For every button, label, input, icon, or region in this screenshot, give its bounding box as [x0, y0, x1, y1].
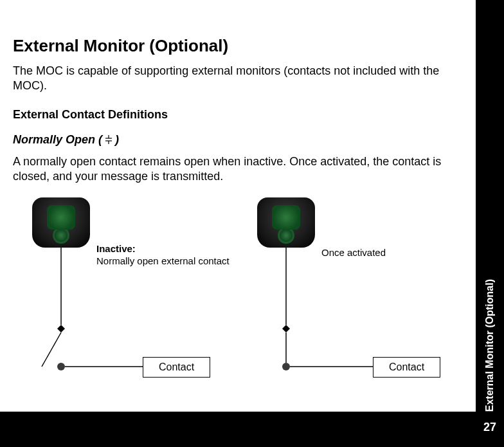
document-page: External Monitor (Optional) The MOC is c…	[0, 0, 476, 412]
side-tab: External Monitor (Optional) 27	[476, 0, 504, 447]
page-number: 27	[476, 421, 504, 434]
side-tab-label: External Monitor (Optional)	[476, 0, 504, 412]
moc-device-icon	[257, 197, 315, 248]
diagram-row: Inactive: Normally open external contact…	[13, 197, 463, 390]
diagram-inactive: Inactive: Normally open external contact…	[32, 197, 238, 390]
svg-point-12	[282, 363, 290, 370]
svg-point-7	[57, 363, 65, 370]
svg-marker-10	[282, 325, 290, 333]
svg-line-6	[42, 333, 61, 367]
subsection-prefix: Normally Open (	[13, 133, 102, 147]
contact-box: Contact	[143, 357, 210, 378]
subsection-description: A normally open contact remains open whe…	[13, 154, 463, 185]
moc-device-icon	[32, 197, 90, 248]
intro-paragraph: The MOC is capable of supporting externa…	[13, 64, 463, 94]
contact-box: Contact	[373, 357, 440, 378]
section-heading: External Contact Definitions	[13, 108, 463, 122]
subsection-heading: Normally Open ( )	[13, 133, 463, 147]
normally-open-symbol-icon	[104, 134, 114, 145]
diagram-activated: Once activated Contact	[257, 197, 463, 390]
subsection-suffix: )	[115, 133, 119, 147]
page-title: External Monitor (Optional)	[13, 36, 463, 56]
svg-marker-5	[57, 325, 65, 333]
wire-open-icon	[32, 248, 244, 389]
